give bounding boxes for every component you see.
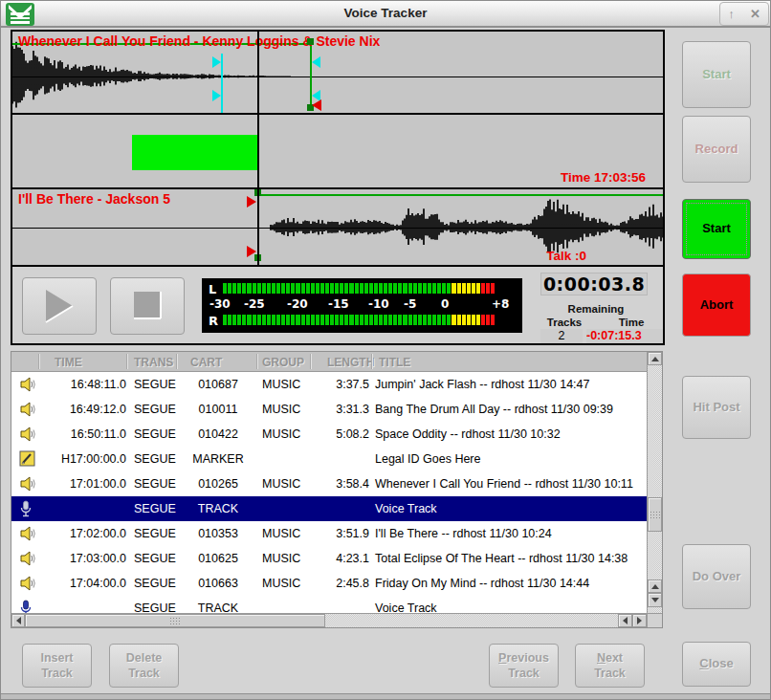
marker-icon — [19, 450, 36, 468]
play-button[interactable] — [22, 277, 97, 335]
vu-segment — [223, 283, 227, 294]
cell-length: 4:23.1 — [314, 552, 369, 565]
cell-cart: 010011 — [180, 403, 256, 416]
vu-segment — [428, 315, 431, 325]
vu-segment — [379, 315, 383, 325]
vu-segment — [253, 283, 256, 294]
log-row[interactable]: SEGUETRACKVoice Track — [11, 496, 647, 521]
track1-marker-handle-top[interactable] — [307, 38, 314, 45]
track1-end-triangle[interactable] — [312, 99, 321, 111]
abort-button[interactable]: Abort — [682, 273, 751, 337]
delete-track-label2: Track — [128, 666, 160, 681]
log-row[interactable]: H17:00:00.0SEGUEMARKERLegal ID Goes Here — [11, 447, 647, 471]
playhead-cursor[interactable] — [257, 32, 259, 267]
track1-fade-triangle-top[interactable] — [212, 56, 221, 68]
vu-segment — [462, 315, 466, 325]
vu-segment — [311, 283, 315, 294]
cell-trans: SEGUE — [134, 378, 176, 391]
delete-track-button[interactable]: Delete Track — [109, 644, 179, 688]
log-row[interactable]: 17:02:00.0SEGUE010353MUSIC3:51.9I'll Be … — [11, 521, 647, 546]
talk-label: Talk :0 — [546, 249, 586, 263]
vu-left-bar — [223, 283, 510, 294]
cell-trans: SEGUE — [134, 577, 176, 590]
cell-cart: 010687 — [180, 378, 256, 391]
scroll-left-button[interactable] — [11, 614, 25, 627]
start-button-active[interactable]: Start — [682, 199, 751, 259]
log-row[interactable]: 16:48:11.0SEGUE010687MUSIC3:37.5Jumpin' … — [11, 372, 647, 397]
vu-segment — [311, 315, 315, 325]
waveform-section: Whenever I Call You Friend - Kenny Loggi… — [11, 30, 665, 345]
vu-segment — [296, 283, 299, 294]
speaker-icon — [19, 575, 36, 592]
thumb-grip — [650, 511, 661, 518]
vscroll-thumb[interactable] — [648, 497, 662, 532]
record-button[interactable]: Record — [682, 116, 751, 183]
voice-tracker-window: Voice Tracker ↑ ✕ Whenever I Call You Fr… — [0, 0, 771, 700]
col-group[interactable]: GROUP — [262, 356, 304, 369]
scroll-left-button2[interactable] — [618, 614, 632, 627]
col-cart[interactable]: CART — [190, 356, 222, 369]
close-icon[interactable]: ✕ — [750, 8, 760, 20]
vu-segment — [247, 315, 251, 325]
track1-fadeout-triangle-top[interactable] — [312, 56, 320, 68]
vu-segment — [369, 315, 373, 325]
column-separator — [256, 354, 257, 369]
col-trans[interactable]: TRANS — [134, 356, 173, 369]
stop-icon — [111, 278, 184, 334]
previous-track-button[interactable]: Previous Track — [489, 644, 559, 688]
cell-title: Space Oddity -- rdhost 11/30 10:32 — [375, 427, 561, 441]
scroll-up-button[interactable] — [648, 352, 662, 365]
track3-start-triangle-top[interactable] — [247, 196, 256, 208]
scroll-up-button2[interactable] — [648, 580, 662, 593]
right-arrow-icon — [637, 617, 642, 624]
vu-segment — [447, 283, 451, 294]
vu-segment — [325, 283, 329, 294]
next-track-button[interactable]: Next Track — [575, 644, 645, 688]
column-separator — [126, 354, 127, 369]
elapsed-time-display: 0:00:03.8 — [540, 273, 648, 295]
insert-track-button[interactable]: Insert Track — [22, 644, 92, 688]
vu-segment — [447, 315, 451, 325]
log-row[interactable]: 17:01:00.0SEGUE010265MUSIC3:58.4Whenever… — [11, 471, 647, 496]
window-bottom-edge — [1, 693, 770, 699]
track1-fade-line[interactable] — [221, 54, 223, 113]
do-over-button[interactable]: Do Over — [682, 544, 751, 609]
scroll-right-button[interactable] — [632, 614, 647, 627]
maximize-icon[interactable]: ↑ — [728, 8, 735, 20]
insert-track-label1: Insert — [40, 650, 73, 666]
col-title[interactable]: TITLE — [379, 356, 410, 369]
vu-segment — [437, 315, 441, 325]
hscroll-thumb[interactable] — [25, 614, 325, 627]
vu-scale: -30-25-20-15-10-50+8 — [202, 297, 522, 311]
col-length[interactable]: LENGTH — [327, 356, 374, 369]
column-separator — [310, 354, 311, 369]
log-row[interactable]: 16:49:12.0SEGUE010011MUSIC3:31.3Bang The… — [11, 397, 647, 422]
log-row[interactable]: 17:04:00.0SEGUE010663MUSIC2:45.8Friday O… — [11, 571, 647, 596]
vu-tick-label: -5 — [404, 297, 416, 311]
log-row[interactable]: 17:03:00.0SEGUE010625MUSIC4:23.1Total Ec… — [11, 546, 647, 571]
vu-segment — [428, 283, 431, 294]
track1-fade-triangle-bottom[interactable] — [212, 90, 221, 101]
insert-track-label2: Track — [41, 666, 73, 681]
log-row[interactable]: 16:50:11.0SEGUE010422MUSIC5:08.2Space Od… — [11, 422, 647, 447]
scroll-down-button[interactable] — [648, 593, 662, 607]
column-separator — [38, 354, 39, 369]
col-time[interactable]: TIME — [55, 356, 82, 369]
column-separator — [371, 354, 372, 369]
vu-segment — [306, 315, 310, 325]
hit-post-button[interactable]: Hit Post — [682, 376, 751, 439]
track3-start-triangle-bottom[interactable] — [247, 246, 256, 257]
vertical-scrollbar[interactable] — [647, 352, 662, 613]
cell-title: Bang The Drum All Day -- rdhost 11/30 09… — [375, 403, 613, 416]
cell-group: MUSIC — [262, 427, 300, 441]
stop-button[interactable] — [110, 277, 185, 335]
start-button-disabled[interactable]: Start — [682, 41, 751, 108]
vu-segment — [247, 283, 251, 294]
horizontal-scrollbar[interactable] — [11, 613, 647, 627]
cell-cart: MARKER — [180, 452, 256, 466]
voicetrack-region[interactable] — [132, 135, 257, 170]
vu-segment — [360, 315, 363, 325]
close-button[interactable]: Close — [682, 642, 751, 687]
log-row[interactable]: SEGUETRACKVoice Track — [11, 596, 647, 613]
close-button-label: Close — [699, 656, 733, 672]
